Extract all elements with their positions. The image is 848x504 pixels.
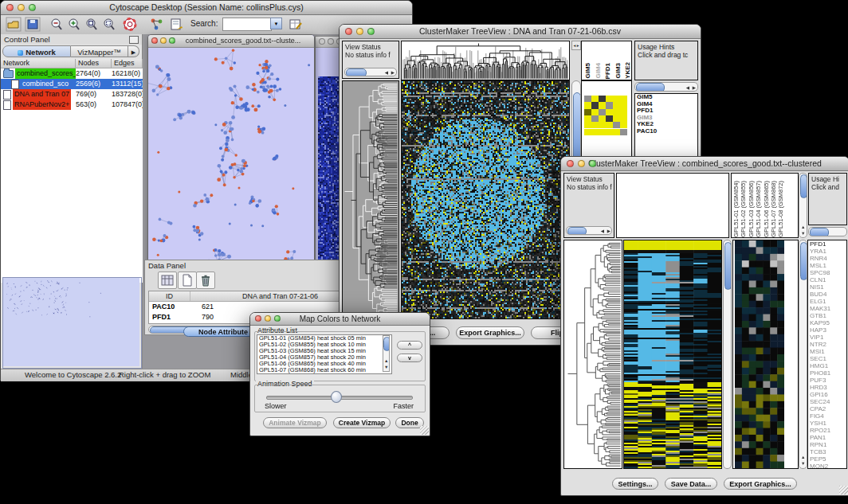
gene-label[interactable]: CLN1 <box>808 276 846 283</box>
tv2-save-data-button[interactable]: Save Data... <box>665 478 717 490</box>
move-down-button[interactable]: v <box>397 354 422 362</box>
move-up-button[interactable]: ^ <box>397 341 422 350</box>
tv2-title-bar[interactable]: ClusterMaker TreeView : combined_scores_… <box>561 157 848 171</box>
tv2-status-scrollbar[interactable]: ◀ ▶ <box>566 226 612 235</box>
minimize-button[interactable] <box>578 160 585 167</box>
gene-label[interactable]: NIS1 <box>808 283 846 291</box>
tv2-genes-scrollbar[interactable]: ▲ ▼ <box>799 240 807 469</box>
attribute-list[interactable]: GPL51-01 (GSM854) heat shock 05 minGPL51… <box>257 334 392 374</box>
scroll-down-icon[interactable]: ▼ <box>384 363 388 371</box>
close-button[interactable] <box>567 160 574 167</box>
gene-label[interactable]: FIG4 <box>808 412 846 420</box>
network-overview-thumbnail[interactable] <box>2 277 142 369</box>
tv2-row-dendrogram[interactable] <box>563 240 622 469</box>
col-network[interactable]: Network <box>1 59 76 68</box>
gene-label[interactable]: SEC1 <box>808 355 846 362</box>
column-label[interactable]: YKE2 <box>624 62 632 79</box>
column-label[interactable]: PFD1 <box>604 63 612 79</box>
column-label[interactable]: GIM4 <box>595 63 603 79</box>
attribute-select-icon[interactable] <box>158 272 177 289</box>
background-network-view[interactable] <box>318 76 339 277</box>
attribute-item[interactable]: GPL51-07 (GSM868) heat shock 60 min <box>257 367 391 373</box>
gene-label[interactable]: MSI1 <box>808 348 846 355</box>
minimize-button[interactable] <box>356 28 363 35</box>
close-button[interactable] <box>6 4 14 11</box>
close-button[interactable] <box>151 37 158 44</box>
gene-label[interactable]: MON2 <box>808 463 846 469</box>
gene-label[interactable]: YSH1 <box>808 420 846 427</box>
open-session-icon[interactable] <box>6 17 22 32</box>
gene-label[interactable]: BUD4 <box>808 291 846 298</box>
tv2-gene-list[interactable]: PFD1YRA1RNR4MSL1SPC98CLN1NIS1BUD4ELG1MAK… <box>807 240 847 469</box>
gene-label[interactable]: YRA1 <box>808 248 846 255</box>
scroll-right-icon[interactable]: ▶ <box>391 68 395 76</box>
attribute-list-scrollbar[interactable]: ▲ ▼ <box>383 335 390 372</box>
id-column-header[interactable]: ID <box>149 291 190 301</box>
tv2-vscrollbar[interactable] <box>723 240 732 469</box>
tv1-export-graphics-button[interactable]: Export Graphics... <box>456 326 524 339</box>
tv1-mini-arrows[interactable]: ◂ ▸ <box>571 41 581 50</box>
gene-label[interactable]: RPO21 <box>808 427 846 434</box>
vizmapper-icon[interactable] <box>149 17 165 32</box>
col-nodes[interactable]: Nodes <box>76 59 112 68</box>
similarity-matrix[interactable] <box>584 96 627 135</box>
gene-label[interactable]: RPN1 <box>808 441 846 448</box>
main-title-bar[interactable]: Cytoscape Desktop (Session Name: collins… <box>1 1 412 15</box>
search-dropdown-button[interactable]: ▼ <box>270 18 282 29</box>
gene-label[interactable]: HRD3 <box>808 384 846 391</box>
gene-label[interactable]: MSL1 <box>808 262 846 269</box>
gene-label[interactable]: PAN1 <box>808 434 846 441</box>
resize-grip[interactable] <box>420 426 429 435</box>
animate-vizmap-button[interactable]: Animate Vizmap <box>263 417 327 428</box>
minimize-button[interactable] <box>18 4 25 11</box>
scroll-down-icon[interactable]: ▼ <box>801 459 805 467</box>
delete-attribute-icon[interactable] <box>196 272 215 289</box>
gene-label[interactable]: SEC24 <box>808 398 846 405</box>
network-graph-view[interactable] <box>148 48 314 291</box>
close-button[interactable] <box>255 315 261 322</box>
gene-label[interactable]: KAP95 <box>808 319 846 326</box>
resize-grip[interactable] <box>839 486 848 494</box>
scroll-right-icon[interactable]: ▶ <box>607 227 610 235</box>
network-row[interactable]: combined_scores_ 2764(0) 16218(0) <box>1 68 143 79</box>
sample-label[interactable]: GPL51-02 (GSM855) <box>740 181 747 237</box>
scroll-left-icon[interactable]: ◀ <box>686 84 689 92</box>
gene-label[interactable]: GPI16 <box>808 391 846 398</box>
zoom-button[interactable] <box>367 28 375 35</box>
zoom-fit-icon[interactable] <box>84 17 100 32</box>
tv1-hints-scrollbar[interactable]: ◀ ▶ <box>634 82 698 92</box>
tv2-column-dendrogram[interactable] <box>616 173 729 238</box>
create-vizmap-button[interactable]: Create Vizmap <box>333 417 391 428</box>
gene-label[interactable]: ELG1 <box>808 298 846 305</box>
tab-network[interactable]: Network <box>2 45 71 57</box>
tv2-settings-button[interactable]: Settings... <box>612 478 658 490</box>
speed-slider-thumb[interactable] <box>331 391 342 403</box>
gene-label[interactable]: VIP1 <box>808 334 846 341</box>
scroll-right-icon[interactable]: ▶ <box>693 84 696 92</box>
gene-label[interactable]: PAC10 <box>635 128 697 135</box>
column-label[interactable]: GIM3 <box>614 63 622 79</box>
attribute-editor-icon[interactable] <box>288 17 304 32</box>
tv1-column-dendrogram[interactable] <box>401 41 570 80</box>
tv1-heatmap[interactable] <box>401 80 570 319</box>
zoom-out-icon[interactable] <box>49 17 65 32</box>
gene-label[interactable]: NTR2 <box>808 341 846 348</box>
gene-label[interactable]: PUF3 <box>808 377 846 384</box>
zoom-button[interactable] <box>29 4 36 11</box>
close-button[interactable] <box>319 38 325 45</box>
zoom-in-icon[interactable] <box>66 17 82 32</box>
column-label[interactable]: GIM5 <box>584 63 592 79</box>
gene-label[interactable]: GTB1 <box>808 312 846 319</box>
zoom-button[interactable] <box>589 160 596 167</box>
search-input[interactable] <box>222 18 272 31</box>
sample-label[interactable]: GPL51-04 (GSM857) <box>756 181 762 237</box>
tv2-zoom-view[interactable] <box>732 240 799 469</box>
tv2-heatmap[interactable] <box>623 240 722 469</box>
float-panel-icon[interactable] <box>129 36 139 44</box>
zoom-button[interactable] <box>274 315 281 322</box>
gene-label[interactable]: HMG1 <box>808 362 846 369</box>
tab-vizmapper[interactable]: VizMapper™ <box>71 45 128 57</box>
tv1-title-bar[interactable]: ClusterMaker TreeView : DNA and Tran 07-… <box>340 25 701 39</box>
gene-label[interactable]: HAP3 <box>808 326 846 334</box>
gene-label[interactable]: PEP5 <box>808 455 846 463</box>
